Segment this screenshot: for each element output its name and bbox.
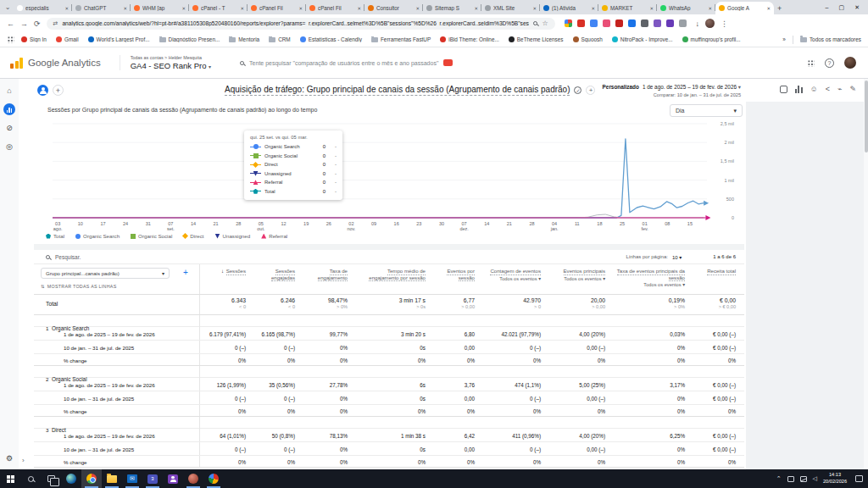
sessions-line-chart[interactable]: 03ago.1017243107set.14212805out.12192602… xyxy=(41,120,737,232)
bookmark-item[interactable]: BeTheme Licenses xyxy=(509,36,564,42)
nav-home-icon[interactable]: ⌂ xyxy=(3,85,15,97)
ga-search-bar[interactable]: Tente pesquisar "comparação de usuários … xyxy=(240,59,453,66)
column-header[interactable]: Sessões engajadas xyxy=(254,264,303,294)
extension-icon-1[interactable] xyxy=(565,19,572,27)
page-title[interactable]: Aquisição de tráfego: Grupo principal de… xyxy=(225,85,570,96)
apps-grid-icon[interactable] xyxy=(7,36,14,43)
file-explorer-icon[interactable] xyxy=(102,469,122,488)
chart-options-icon[interactable] xyxy=(795,86,803,93)
bookmark-item[interactable]: Squoosh xyxy=(573,36,603,42)
tab-close-icon[interactable]: ✕ xyxy=(64,6,69,11)
column-header[interactable]: Taxa de engajamento xyxy=(303,264,356,294)
browser-tab[interactable]: MARKET ✕ xyxy=(598,2,657,14)
bookmark-item[interactable]: Gmail xyxy=(56,36,79,42)
taskbar-search-icon[interactable] xyxy=(20,469,41,488)
add-report-button[interactable]: + xyxy=(586,86,595,95)
outlook-icon[interactable]: ✉ xyxy=(122,469,142,488)
nav-collapse-icon[interactable]: › xyxy=(22,457,25,464)
page-scrollbar[interactable] xyxy=(864,79,868,469)
extension-icon-7[interactable] xyxy=(641,19,648,27)
app-colored-circle-icon[interactable] xyxy=(203,469,224,488)
bookmark-item[interactable]: Diagnóstico Presen... xyxy=(159,36,220,42)
tray-expand-icon[interactable]: ⌃ xyxy=(776,475,782,482)
account-switcher[interactable]: Todas as contas > Helder Mesquita GA4 - … xyxy=(120,55,211,70)
edit-pencil-icon[interactable]: ✎ xyxy=(849,86,856,93)
url-text[interactable]: analytics.google.com/analytics/web/?hl=p… xyxy=(62,20,529,26)
browser-tab[interactable]: cPanel Fil ✕ xyxy=(248,2,306,14)
chrome-icon[interactable] xyxy=(81,469,102,488)
extension-icon-4[interactable] xyxy=(603,19,610,27)
minimize-button[interactable]: – xyxy=(826,4,829,11)
teams-icon[interactable]: 3 xyxy=(142,469,163,488)
column-header[interactable]: Receita total xyxy=(693,264,744,294)
browser-tab[interactable]: Sitemap S ✕ xyxy=(423,2,481,14)
bookmark-star-icon[interactable]: ☆ xyxy=(542,19,548,27)
extension-icon-5[interactable] xyxy=(615,19,623,27)
rows-per-page-select[interactable]: 10 ▾ xyxy=(672,254,682,260)
column-header[interactable]: Eventos principaisTodos os eventos ▾ xyxy=(549,264,614,294)
bookmark-item[interactable]: World's Largest Prof... xyxy=(88,36,150,42)
tab-close-icon[interactable]: ✕ xyxy=(591,6,595,11)
browser-tab[interactable]: XML Site ✕ xyxy=(481,2,540,14)
nav-admin-gear-icon[interactable]: ⚙ xyxy=(0,454,19,463)
maximize-button[interactable]: ▢ xyxy=(839,4,845,11)
browser-tab[interactable]: cPanel Fil ✕ xyxy=(306,2,364,14)
zoom-search-icon[interactable] xyxy=(533,21,537,25)
google-apps-grid-icon[interactable] xyxy=(807,59,815,67)
app-red-icon[interactable] xyxy=(183,469,203,488)
tab-close-icon[interactable]: ✕ xyxy=(474,6,478,11)
column-header[interactable]: Eventos por sessão xyxy=(434,264,483,294)
extension-icon-10[interactable] xyxy=(679,19,687,27)
forward-icon[interactable]: → xyxy=(20,19,28,28)
nav-explore-icon[interactable]: ⊘ xyxy=(3,122,15,134)
tab-close-icon[interactable]: ✕ xyxy=(766,6,771,11)
tray-display-icon[interactable] xyxy=(787,476,794,482)
close-button[interactable]: ✕ xyxy=(854,4,860,11)
granularity-select[interactable]: Dia ▾ xyxy=(670,104,743,117)
tab-close-icon[interactable]: ✕ xyxy=(532,6,537,11)
user-avatar[interactable] xyxy=(844,57,856,69)
browser-tab[interactable]: (1) Ativida ✕ xyxy=(540,2,598,14)
table-search-input[interactable]: Pesquisar. xyxy=(55,254,621,260)
tab-close-icon[interactable]: ✕ xyxy=(298,6,303,11)
bookmark-item[interactable]: Estatísticas - Calendly xyxy=(300,36,362,42)
tray-network-icon[interactable] xyxy=(800,476,807,482)
browser-tab[interactable]: ChatGPT ✕ xyxy=(72,2,131,14)
tab-close-icon[interactable]: ✕ xyxy=(181,6,186,11)
tab-close-icon[interactable]: ✕ xyxy=(123,6,127,11)
trend-icon[interactable]: ⌁ xyxy=(837,86,842,93)
extension-icon-9[interactable] xyxy=(666,19,674,27)
reload-icon[interactable]: ⟳ xyxy=(34,19,41,28)
browser-profile-avatar[interactable] xyxy=(705,19,715,28)
extension-icon-3[interactable] xyxy=(590,19,598,27)
date-range-picker[interactable]: Personalizado1 de ago. de 2025 – 19 de f… xyxy=(603,84,741,97)
browser-tab[interactable]: Consultor ✕ xyxy=(364,2,423,14)
insights-icon[interactable]: ☺ xyxy=(810,86,818,93)
column-header[interactable]: Contagem de eventosTodos os eventos ▾ xyxy=(483,264,549,294)
tab-close-icon[interactable]: ✕ xyxy=(708,6,712,11)
browser-menu-icon[interactable]: ⋮ xyxy=(721,19,728,28)
browser-tab[interactable]: WhatsAp ✕ xyxy=(657,2,715,14)
nav-advertising-icon[interactable]: ◎ xyxy=(3,141,15,152)
extension-icon-2[interactable] xyxy=(577,19,585,27)
browser-tab[interactable]: cPanel - T ✕ xyxy=(189,2,248,14)
all-bookmarks[interactable]: Todos os marcadores xyxy=(800,36,861,42)
dimension-select[interactable]: Grupo principal...canais padrão)▾ xyxy=(41,268,170,279)
url-field[interactable]: ⇄ analytics.google.com/analytics/web/?hl… xyxy=(47,18,555,30)
bookmarks-overflow-icon[interactable]: » xyxy=(782,36,786,42)
column-header[interactable]: Taxa de eventos principais da sessãoTodo… xyxy=(614,264,693,294)
bookmark-item[interactable]: NitroPack - Improve... xyxy=(612,36,673,42)
bookmark-item[interactable]: Mentoria xyxy=(229,36,259,42)
share-icon[interactable]: < xyxy=(826,86,830,93)
comparison-chip-all-users-icon[interactable] xyxy=(37,85,48,96)
extension-icon-8[interactable] xyxy=(654,19,661,27)
help-icon[interactable]: ? xyxy=(825,58,834,68)
tab-close-icon[interactable]: ✕ xyxy=(357,6,361,11)
taskbar-clock[interactable]: 14:13 20/02/2026 xyxy=(823,472,847,485)
new-tab-button[interactable]: + xyxy=(777,4,782,13)
add-dimension-button[interactable]: + xyxy=(183,268,188,277)
bookmark-item[interactable]: Sign In xyxy=(21,36,47,42)
back-icon[interactable]: ← xyxy=(7,19,14,28)
browser-tab[interactable]: Google A ✕ xyxy=(715,2,774,14)
bookmark-item[interactable]: CRM xyxy=(269,36,291,42)
